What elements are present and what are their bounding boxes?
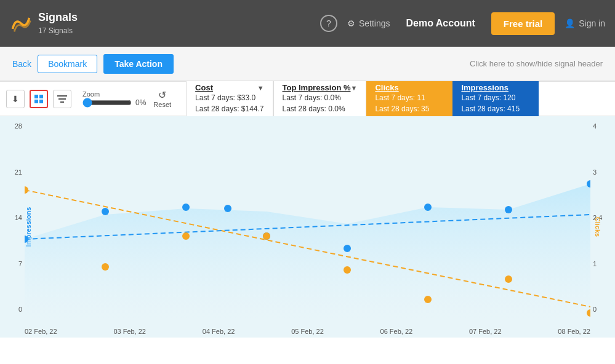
y-left-label-21: 21 (15, 168, 22, 176)
metric-card-cost-header: Cost ▼ (195, 83, 263, 92)
account-name: Demo Account (400, 18, 481, 29)
metric-impressions-title: Impressions (461, 83, 508, 92)
header-right: ? ⚙ Settings Demo Account Free trial 👤 S… (320, 12, 605, 35)
x-label-6: 07 Feb, 22 (469, 328, 502, 335)
logo-text: Signals 17 Signals (38, 11, 78, 36)
chart-controls: ⬇ Zoom 0% ↺ Reset Cost ▼ (0, 82, 615, 116)
zoom-label: Zoom (82, 90, 146, 98)
x-label-1: 02 Feb, 22 (25, 328, 57, 335)
metric-impression-stat2: Last 28 days: 0.0% (283, 103, 358, 114)
y-right-label-0: 0 (593, 306, 597, 313)
logo-icon (10, 12, 32, 34)
orange-dot-6 (424, 296, 432, 303)
metric-cost-stat2: Last 28 days: $144.7 (195, 103, 263, 114)
reset-label: Reset (153, 101, 171, 108)
download-icon: ⬇ (12, 94, 19, 104)
metric-impression-arrow[interactable]: ▼ (351, 84, 358, 92)
filter-icon (57, 95, 67, 103)
filter-button[interactable] (53, 90, 71, 108)
zoom-slider[interactable] (82, 98, 132, 108)
blue-dot-8 (505, 206, 512, 213)
orange-dot-7 (505, 275, 512, 283)
orange-dot-2 (102, 263, 109, 271)
reset-button[interactable]: ↺ Reset (153, 89, 171, 108)
metric-clicks-stat2: Last 28 days: 35 (375, 103, 444, 114)
svg-rect-1 (39, 95, 43, 98)
y-left-label-28: 28 (15, 122, 22, 130)
download-button[interactable]: ⬇ (6, 90, 25, 108)
help-button[interactable]: ? (320, 15, 337, 32)
metric-card-cost: Cost ▼ Last 7 days: $33.0 Last 28 days: … (186, 79, 273, 119)
blue-dot-3 (182, 204, 190, 211)
blue-dot-4 (224, 205, 231, 212)
svg-rect-0 (34, 95, 38, 98)
app-title: Signals (38, 11, 78, 25)
header: Signals 17 Signals ? ⚙ Settings Demo Acc… (0, 0, 615, 47)
metric-card-impressions: Impressions Last 7 days: 120 Last 28 day… (452, 79, 539, 118)
blue-dot-2 (102, 208, 109, 215)
x-label-3: 04 Feb, 22 (203, 328, 235, 335)
metric-card-clicks: Clicks Last 7 days: 11 Last 28 days: 35 (366, 79, 452, 118)
sign-in-label: Sign in (579, 18, 605, 28)
sign-in-button[interactable]: 👤 Sign in (565, 18, 605, 28)
blue-dot-7 (424, 204, 432, 211)
x-label-5: 06 Feb, 22 (380, 328, 413, 335)
y-left-label-14: 14 (15, 214, 22, 221)
grid-icon (34, 94, 44, 104)
settings-icon: ⚙ (347, 18, 355, 28)
settings-label: Settings (359, 18, 390, 28)
y-left-label-0: 0 (18, 306, 22, 313)
reset-icon: ↺ (158, 89, 166, 101)
metric-impressions-stat1: Last 7 days: 120 (461, 92, 530, 103)
x-axis: 02 Feb, 22 03 Feb, 22 04 Feb, 22 05 Feb,… (25, 325, 590, 338)
zoom-area: Zoom 0% (82, 90, 146, 108)
y-axis-right-label: Clicks (594, 217, 601, 237)
take-action-button[interactable]: Take Action (103, 54, 174, 74)
metric-card-impression: Top Impression % ▼ Last 7 days: 0.0% Las… (273, 79, 367, 119)
back-button[interactable]: Back (12, 59, 31, 69)
metric-cards: Cost ▼ Last 7 days: $33.0 Last 28 days: … (186, 79, 539, 119)
y-right-label-1: 1 (593, 260, 597, 267)
svg-rect-3 (39, 100, 43, 103)
show-hide-hint: Click here to show/hide signal header (470, 59, 603, 68)
x-label-2: 03 Feb, 22 (113, 328, 146, 335)
logo-area: Signals 17 Signals (10, 11, 78, 36)
metric-impression-stat1: Last 7 days: 0.0% (283, 92, 358, 103)
grid-view-button[interactable] (30, 90, 48, 108)
zoom-value: 0% (135, 98, 146, 107)
svg-rect-2 (34, 100, 38, 103)
orange-dot-5 (344, 266, 351, 274)
free-trial-button[interactable]: Free trial (491, 12, 555, 35)
settings-button[interactable]: ⚙ Settings (347, 18, 390, 28)
chart-fill (25, 184, 590, 319)
x-label-7: 08 Feb, 22 (558, 328, 590, 335)
orange-dot-1 (25, 186, 28, 194)
metric-impression-title: Top Impression % (283, 83, 351, 92)
chart-area: 28 21 14 7 0 Impressions 4 3 2.4 1 0 Cli… (0, 116, 615, 338)
y-right-label-3: 3 (593, 168, 597, 176)
metric-clicks-stat1: Last 7 days: 11 (375, 92, 444, 103)
metric-cost-arrow[interactable]: ▼ (257, 84, 264, 92)
y-axis-left: 28 21 14 7 0 (0, 116, 25, 319)
metric-cost-stat1: Last 7 days: $33.0 (195, 92, 263, 103)
y-left-label-7: 7 (18, 260, 22, 267)
x-label-4: 05 Feb, 22 (291, 328, 324, 335)
metric-impressions-stat2: Last 28 days: 415 (461, 103, 530, 114)
orange-dot-3 (182, 232, 190, 240)
orange-dot-4 (263, 232, 270, 240)
zoom-row: 0% (82, 98, 146, 108)
blue-dot-6 (344, 245, 351, 252)
action-bar: Back Bookmark Take Action Click here to … (0, 47, 615, 81)
chart-svg (25, 116, 590, 319)
bookmark-button[interactable]: Bookmark (38, 55, 97, 73)
app-subtitle: 17 Signals (38, 26, 73, 35)
metric-card-clicks-header: Clicks (375, 83, 444, 92)
person-icon: 👤 (565, 18, 575, 28)
metric-card-impression-header: Top Impression % ▼ (283, 83, 358, 92)
y-right-label-4: 4 (593, 122, 597, 130)
metric-clicks-title: Clicks (375, 83, 398, 92)
metric-cost-title: Cost (195, 83, 213, 92)
metric-card-impressions-header: Impressions (461, 83, 530, 92)
